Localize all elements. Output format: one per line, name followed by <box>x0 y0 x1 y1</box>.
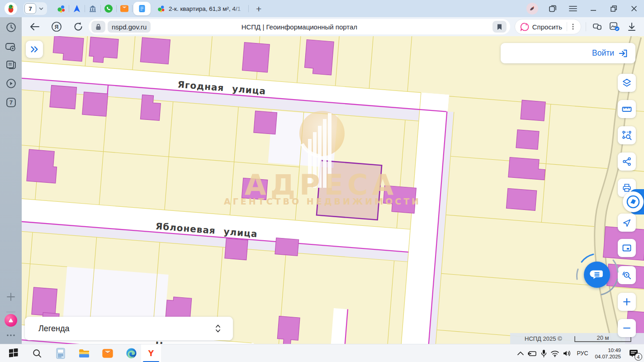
screenshot-button[interactable] <box>0 42 22 52</box>
file-explorer-button[interactable] <box>74 344 94 362</box>
minimize-button[interactable] <box>583 0 603 17</box>
address-bar[interactable]: nspd.gov.ru НСПД | Геоинформационный пор… <box>89 19 510 34</box>
windows-start-icon <box>9 348 19 358</box>
language-indicator[interactable]: РУС <box>575 350 590 357</box>
building[interactable] <box>521 100 545 121</box>
building[interactable] <box>27 149 58 183</box>
menu-button[interactable] <box>563 0 583 17</box>
building[interactable] <box>32 287 57 316</box>
minimap-button[interactable] <box>618 239 636 257</box>
bookmark-icon <box>497 24 502 30</box>
pinned-tab-bank[interactable] <box>86 2 99 15</box>
reload-icon <box>73 22 83 32</box>
yandex-search-button[interactable]: Я <box>49 19 64 34</box>
url-text[interactable]: nspd.gov.ru <box>108 21 151 33</box>
max-messenger-logo[interactable] <box>623 191 644 212</box>
alice-spark-icon <box>521 23 529 31</box>
building[interactable] <box>82 92 108 116</box>
tab-counter[interactable]: 7 <box>24 2 47 15</box>
building[interactable] <box>254 111 277 134</box>
building[interactable] <box>516 130 539 150</box>
taskbar-mail-button[interactable] <box>98 344 118 362</box>
pinned-tab-whatsapp[interactable] <box>102 2 115 15</box>
minimize-icon <box>590 5 597 12</box>
microphone-icon[interactable] <box>540 349 547 357</box>
divider <box>116 5 117 12</box>
alice-ask-button[interactable]: Спросить <box>515 19 581 34</box>
tab-realty[interactable]: 2-к. квартира, 61,3 м², 4/1 <box>157 5 245 13</box>
hidden-icons-chevron[interactable] <box>517 351 524 356</box>
building[interactable] <box>506 188 536 210</box>
close-button[interactable] <box>624 0 644 17</box>
close-icon <box>631 5 637 12</box>
pinned-tab-navigator[interactable] <box>70 2 84 15</box>
extension-button[interactable] <box>590 19 605 34</box>
search-location-button[interactable] <box>618 266 636 284</box>
legend-panel[interactable]: Легенда <box>25 317 233 340</box>
zoom-in-button[interactable] <box>618 293 636 311</box>
articles-button[interactable] <box>0 59 22 70</box>
building[interactable] <box>140 38 170 64</box>
browser-logo-parrot-icon[interactable] <box>5 2 17 15</box>
taskbar-clock[interactable]: 10:49 04.07.2025 <box>593 347 623 360</box>
system-tray: РУС 10:49 04.07.2025 4 <box>517 344 641 362</box>
double-chevron-right-icon <box>29 44 39 54</box>
max-messenger-icon <box>625 194 641 210</box>
sidebar-more-button[interactable] <box>0 333 22 338</box>
search-icon <box>32 348 42 358</box>
restore-button[interactable] <box>603 0 624 17</box>
expand-panel-button[interactable] <box>26 41 43 58</box>
cadastral-map[interactable]: Ягодная улица Яблоневая улица Цветочная … <box>22 36 644 344</box>
zoom-out-button[interactable] <box>618 319 636 337</box>
lock-icon <box>95 24 101 30</box>
locate-me-button[interactable] <box>618 214 636 232</box>
edge-browser-button[interactable] <box>121 344 141 362</box>
sidebar-add-button[interactable] <box>0 291 22 302</box>
scale-label: 20 м <box>597 334 609 341</box>
profile-avatar[interactable] <box>522 0 542 17</box>
taskbar-search-button[interactable] <box>27 344 47 362</box>
taskbar-app-document[interactable] <box>51 344 71 362</box>
building[interactable] <box>225 238 248 260</box>
site-security-chip[interactable] <box>91 21 105 33</box>
building[interactable] <box>242 43 270 72</box>
mail-icon <box>120 4 129 13</box>
pinned-tab-yandex-services[interactable] <box>54 2 68 15</box>
share-button[interactable] <box>618 152 636 171</box>
collapse-expand-icon[interactable] <box>215 324 221 333</box>
pinned-tab-mail[interactable] <box>118 2 131 15</box>
notification-center-button[interactable]: 4 <box>626 347 641 360</box>
more-options-icon[interactable] <box>567 23 579 31</box>
pinned-tab-nspd-active[interactable] <box>133 2 151 15</box>
camera-icon <box>5 42 17 52</box>
history-button[interactable] <box>0 22 22 33</box>
play-icon <box>5 78 17 89</box>
sidebar-tabs-button[interactable]: 7 <box>0 97 22 108</box>
bookmark-button[interactable] <box>492 21 507 33</box>
layers-button[interactable] <box>618 74 636 92</box>
alice-assistant-button[interactable] <box>0 314 22 327</box>
reload-button[interactable] <box>71 19 86 34</box>
tab-panels-icon <box>548 4 557 13</box>
feedback-chat-button[interactable] <box>584 262 610 288</box>
tab-panels-button[interactable] <box>542 0 563 17</box>
downloads-button[interactable] <box>624 19 639 34</box>
new-tab-button[interactable]: + <box>256 4 261 14</box>
building[interactable] <box>50 85 77 109</box>
wifi-icon[interactable] <box>550 350 559 357</box>
start-button[interactable] <box>4 344 24 362</box>
video-button[interactable] <box>0 78 22 89</box>
yandex-browser-button[interactable]: Y <box>141 344 161 362</box>
measure-button[interactable] <box>618 100 636 118</box>
ellipsis-icon <box>5 333 16 338</box>
speaker-icon[interactable] <box>563 350 572 357</box>
login-bar[interactable]: Войти <box>501 43 635 63</box>
area-search-icon <box>621 130 632 141</box>
building[interactable] <box>275 238 299 256</box>
back-button[interactable] <box>27 19 43 34</box>
screenshot-tool-button[interactable] <box>607 19 622 34</box>
select-area-button[interactable] <box>618 126 636 144</box>
tray-device-icon[interactable] <box>527 350 537 357</box>
browser-tab-bar: 7 <box>0 0 644 17</box>
legend-label: Легенда <box>38 324 69 333</box>
